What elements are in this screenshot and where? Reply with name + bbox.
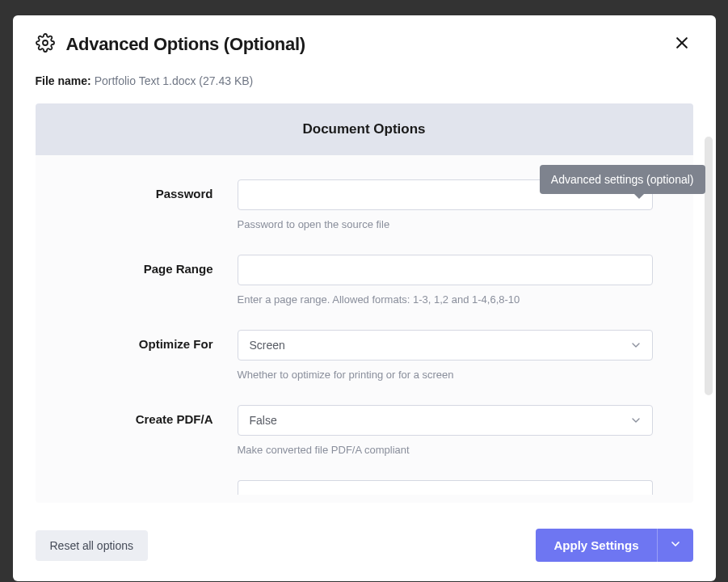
optimize-for-select-wrapper: Screen <box>238 330 653 361</box>
tooltip: Advanced settings (optional) <box>540 165 705 194</box>
chevron-down-icon <box>629 339 642 352</box>
page-range-field: Enter a page range. Allowed formats: 1-3… <box>238 255 653 306</box>
create-pdfa-select-wrapper: False <box>238 405 653 436</box>
partial-label <box>76 480 238 487</box>
page-range-label: Page Range <box>76 255 238 276</box>
create-pdfa-select[interactable]: False <box>238 405 653 436</box>
partial-row <box>76 480 653 495</box>
chevron-down-icon <box>669 538 682 553</box>
optimize-for-help: Whether to optimize for printing or for … <box>238 369 653 381</box>
page-range-help: Enter a page range. Allowed formats: 1-3… <box>238 293 653 306</box>
create-pdfa-label: Create PDF/A <box>76 405 238 426</box>
close-icon <box>674 35 690 53</box>
close-button[interactable] <box>671 32 693 57</box>
apply-button-group: Apply Settings <box>536 529 692 562</box>
gear-icon <box>36 33 55 56</box>
page-range-row: Page Range Enter a page range. Allowed f… <box>76 255 653 306</box>
form-section: Password Password to open the source fil… <box>36 155 693 503</box>
section-title: Document Options <box>302 121 425 137</box>
svg-point-0 <box>43 40 48 45</box>
modal-body: Advanced settings (optional) Document Op… <box>13 103 716 512</box>
page-range-input[interactable] <box>238 255 653 285</box>
file-info: File name: Portfolio Text 1.docx (27.43 … <box>13 66 716 103</box>
tooltip-text: Advanced settings (optional) <box>551 173 694 186</box>
scrollbar[interactable] <box>705 137 713 395</box>
file-name-label: File name: <box>36 74 91 87</box>
advanced-options-modal: Advanced Options (Optional) File name: P… <box>13 15 716 581</box>
modal-overlay: Advanced Options (Optional) File name: P… <box>0 0 728 582</box>
password-label: Password <box>76 179 238 200</box>
partial-input[interactable] <box>238 480 653 495</box>
create-pdfa-help: Make converted file PDF/A compliant <box>238 444 653 456</box>
optimize-for-field: Screen Whether to optimize for printing … <box>238 330 653 381</box>
create-pdfa-row: Create PDF/A False <box>76 405 653 456</box>
optimize-for-select[interactable]: Screen <box>238 330 653 361</box>
partial-field <box>238 480 653 495</box>
apply-button[interactable]: Apply Settings <box>536 529 656 562</box>
modal-title: Advanced Options (Optional) <box>66 34 305 55</box>
reset-button[interactable]: Reset all options <box>36 530 149 561</box>
file-name-value: Portfolio Text 1.docx (27.43 KB) <box>95 74 254 87</box>
optimize-for-value: Screen <box>250 339 285 352</box>
apply-dropdown-button[interactable] <box>657 529 693 562</box>
optimize-for-label: Optimize For <box>76 330 238 351</box>
modal-footer: Reset all options Apply Settings <box>13 512 716 581</box>
password-help: Password to open the source file <box>238 218 653 230</box>
modal-header: Advanced Options (Optional) <box>13 15 716 66</box>
create-pdfa-value: False <box>250 414 277 427</box>
optimize-for-row: Optimize For Screen <box>76 330 653 381</box>
chevron-down-icon <box>629 414 642 427</box>
section-header: Document Options <box>36 103 693 155</box>
create-pdfa-field: False Make converted file PDF/A complian… <box>238 405 653 456</box>
